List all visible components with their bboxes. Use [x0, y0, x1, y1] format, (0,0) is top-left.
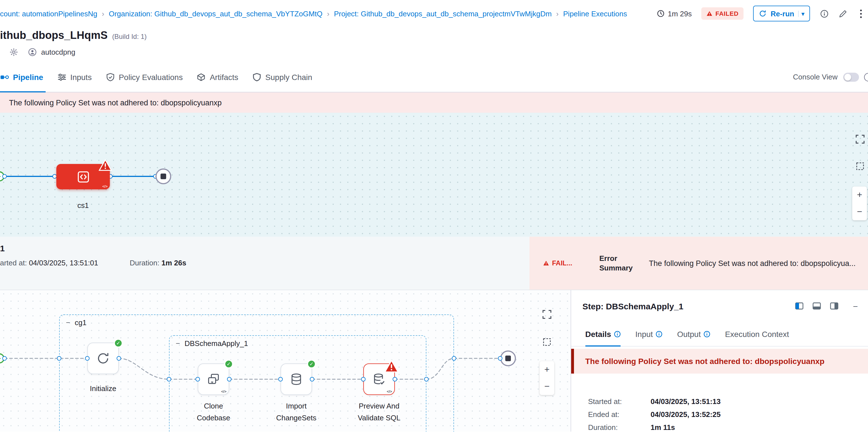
build-id: (Build Id: 1) — [112, 33, 147, 40]
fullscreen-button[interactable] — [856, 135, 865, 144]
tab-pipeline[interactable]: Pipeline — [0, 62, 43, 92]
detail-value: 04/03/2025, 13:51:13 — [651, 397, 868, 406]
group-header-dbschemaapply: − DBSchemaApply_1 — [176, 339, 248, 348]
zoom-in-button[interactable]: + — [857, 190, 862, 199]
step-node-preview-validate-sql[interactable]: </> — [363, 364, 395, 395]
step-node-import-changesets[interactable]: ✓ — [280, 364, 312, 395]
tab-inputs[interactable]: Inputs — [57, 62, 92, 92]
stage-meta: arted at: 04/03/2025, 13:51:01 Duration:… — [0, 259, 521, 267]
breadcrumb-organization[interactable]: Organization: Github_db_devops_aut_db_sc… — [109, 9, 322, 18]
info-icon[interactable] — [704, 331, 710, 337]
collapse-panel-button[interactable]: − — [853, 301, 858, 311]
tab-policy-evaluations[interactable]: Policy Evaluations — [106, 62, 183, 92]
policy-violation-text: The following Policy Set was not adhered… — [9, 98, 222, 107]
console-view-label: Console View — [793, 73, 838, 81]
step-panel-tabs: Details Input Output Execution Context — [571, 322, 868, 346]
group-label-dbschemaapply: DBSchemaApply_1 — [184, 339, 248, 348]
connector-dot — [2, 174, 7, 179]
database-icon — [289, 372, 304, 386]
zoom-controls: + − — [539, 361, 554, 395]
top-bar: count: automationPipelinesNg › Organizat… — [0, 0, 868, 27]
execution-end-node — [500, 350, 516, 366]
started-value: 04/03/2025, 13:51:01 — [29, 259, 98, 267]
rerun-button[interactable]: Re-run ▾ — [753, 6, 810, 22]
connector-dot — [393, 377, 397, 381]
fullscreen-button[interactable] — [542, 310, 552, 319]
play-icon: ▶ — [0, 174, 1, 179]
tab-execution-context[interactable]: Execution Context — [725, 322, 789, 346]
breadcrumb-account[interactable]: count: automationPipelinesNg — [0, 9, 97, 18]
tab-artifacts-label: Artifacts — [210, 72, 238, 82]
connector-dot — [278, 377, 283, 381]
breadcrumb-separator: › — [327, 9, 330, 18]
refresh-icon — [759, 9, 767, 18]
breadcrumb: count: automationPipelinesNg › Organizat… — [0, 9, 627, 18]
failure-warning-icon — [384, 359, 399, 374]
step-node-initialize[interactable]: ✓ — [87, 343, 119, 374]
connector-dot — [167, 377, 171, 381]
collapse-group-button[interactable]: − — [66, 319, 70, 326]
code-badge: </> — [387, 390, 392, 393]
step-label-line: Preview And — [348, 400, 410, 412]
zoom-in-button[interactable]: + — [545, 365, 550, 374]
sync-icon — [96, 351, 111, 366]
breadcrumb-project[interactable]: Project: Github_db_devops_aut_db_schema_… — [334, 9, 552, 18]
tab-details[interactable]: Details — [585, 322, 621, 346]
stage-connector-line — [3, 176, 55, 177]
tab-output[interactable]: Output — [677, 322, 710, 346]
edit-pipeline-button[interactable] — [838, 9, 847, 18]
page-title: ithub_dbops_LHqmS — [0, 29, 107, 42]
warning-triangle-icon — [543, 260, 549, 266]
step-node-clone-codebase[interactable]: ✓ </> — [198, 364, 229, 395]
tab-input[interactable]: Input — [636, 322, 662, 346]
zoom-controls: + − — [852, 187, 867, 220]
elapsed-time: 1m 29s — [656, 9, 692, 18]
dashed-square-icon — [856, 162, 865, 171]
execution-detail-area: − cg1 − DBSchemaApply_1 ▶ ✓ Initialize — [0, 290, 868, 432]
zoom-out-button[interactable]: − — [545, 382, 550, 391]
layout-split-left-button[interactable] — [795, 302, 804, 310]
layout-split-right-button[interactable] — [830, 302, 839, 310]
selection-mode-button[interactable] — [542, 338, 552, 346]
tab-supply-chain[interactable]: Supply Chain — [252, 62, 312, 92]
tab-artifacts[interactable]: Artifacts — [197, 62, 238, 92]
chevron-down-icon[interactable]: ▾ — [798, 10, 804, 17]
help-icon[interactable] — [864, 73, 868, 81]
step-label-preview-validate-sql: Preview And Validate SQL — [348, 400, 410, 424]
stage-node-cs1[interactable]: </> — [56, 164, 110, 189]
stage-duration: Duration: 1m 26s — [129, 259, 186, 267]
zoom-out-button[interactable]: − — [857, 207, 862, 216]
shield-check-icon — [106, 72, 115, 82]
info-icon[interactable] — [614, 331, 621, 337]
connector-dot — [57, 356, 61, 361]
stage-summary-info: 1 arted at: 04/03/2025, 13:51:01 Duratio… — [0, 237, 529, 290]
stop-icon — [505, 355, 511, 361]
tab-pipeline-label: Pipeline — [13, 72, 43, 82]
clock-icon — [656, 9, 664, 18]
selection-mode-button[interactable] — [856, 162, 865, 171]
tab-details-label: Details — [585, 329, 611, 338]
console-view-toggle[interactable] — [843, 72, 859, 82]
code-badge: </> — [221, 390, 226, 393]
connector-dot — [195, 377, 200, 381]
expand-icon — [542, 310, 552, 319]
panel-layout-controls: − — [795, 301, 858, 311]
title-row: ithub_dbops_LHqmS (Build Id: 1) — [0, 27, 868, 42]
more-options-button[interactable] — [857, 9, 865, 18]
pencil-icon — [838, 9, 847, 18]
duration-value: 1m 26s — [161, 259, 186, 267]
layout-split-bottom-button[interactable] — [812, 302, 821, 310]
group-label-cg1: cg1 — [74, 318, 87, 327]
info-icon[interactable] — [656, 331, 662, 337]
failure-warning-icon — [99, 159, 112, 171]
tab-input-label: Input — [636, 329, 653, 338]
gear-icon[interactable] — [9, 48, 18, 56]
connector-dot — [498, 356, 502, 361]
collapse-group-button[interactable]: − — [176, 340, 180, 347]
breadcrumb-pipeline-executions[interactable]: Pipeline Executions — [563, 9, 627, 18]
info-button[interactable] — [819, 9, 829, 18]
success-check-icon: ✓ — [307, 360, 316, 369]
tab-supply-chain-label: Supply Chain — [265, 72, 312, 82]
execution-actions: 1m 29s FAILED Re-run ▾ — [656, 6, 865, 22]
success-check-icon: ✓ — [224, 360, 233, 369]
